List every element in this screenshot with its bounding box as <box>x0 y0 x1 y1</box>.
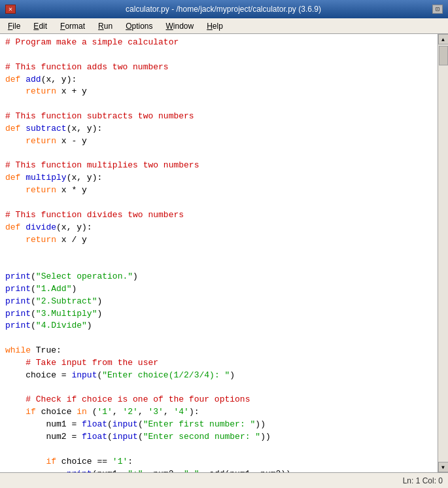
scroll-down-button[interactable]: ▼ <box>438 462 449 472</box>
code-line: return x - y <box>5 135 432 148</box>
code-line: # This function multiplies two numbers <box>5 160 432 172</box>
code-line <box>5 332 432 345</box>
code-line: def subtract(x, y): <box>5 123 432 135</box>
code-line: if choice == '1': <box>5 456 432 468</box>
menu-window[interactable]: Window <box>161 20 199 32</box>
code-line: print(num1, "+", num2, "=", add(num1, nu… <box>5 468 432 472</box>
code-line: print("Select operation.") <box>5 271 432 283</box>
scroll-thumb[interactable] <box>439 46 448 65</box>
title-bar-left-buttons: ✕ <box>5 5 16 14</box>
code-editor[interactable]: # Program make a simple calculator # Thi… <box>0 34 438 472</box>
menu-file[interactable]: File <box>3 20 26 32</box>
menu-format[interactable]: Format <box>55 20 90 32</box>
code-line: choice = input("Enter choice(1/2/3/4): "… <box>5 370 432 382</box>
title-bar: ✕ calculator.py - /home/jack/myproject/c… <box>0 0 448 18</box>
title-bar-title: calculator.py - /home/jack/myproject/cal… <box>16 5 431 14</box>
code-line: num1 = float(input("Enter first number: … <box>5 419 432 431</box>
code-line <box>5 246 432 258</box>
scroll-up-button[interactable]: ▲ <box>438 34 449 44</box>
scroll-track[interactable] <box>438 44 448 462</box>
code-line: if choice in ('1', '2', '3', '4'): <box>5 406 432 419</box>
code-line: # Take input from the user <box>5 357 432 370</box>
code-line: return x + y <box>5 86 432 98</box>
status-bar: Ln: 1 Col: 0 <box>0 472 448 488</box>
code-line <box>5 197 432 209</box>
code-line: num2 = float(input("Enter second number:… <box>5 431 432 444</box>
code-line: # This function divides two numbers <box>5 209 432 222</box>
code-line: # This function adds two numbers <box>5 61 432 74</box>
maximize-button[interactable]: ⊡ <box>432 5 443 14</box>
code-line: def divide(x, y): <box>5 222 432 234</box>
code-line <box>5 444 432 456</box>
code-line: def add(x, y): <box>5 74 432 86</box>
vertical-scrollbar[interactable]: ▲ ▼ <box>438 34 448 472</box>
menu-bar: File Edit Format Run Options Window Help <box>0 18 448 34</box>
code-line <box>5 258 432 271</box>
code-line: print("2.Subtract") <box>5 296 432 308</box>
code-line: return x / y <box>5 234 432 247</box>
code-line: print("3.Multiply") <box>5 308 432 321</box>
code-line <box>5 148 432 160</box>
close-button[interactable]: ✕ <box>5 5 16 14</box>
code-line <box>5 98 432 111</box>
menu-edit[interactable]: Edit <box>28 20 52 32</box>
code-line <box>5 382 432 394</box>
code-line <box>5 49 432 61</box>
code-line: # This function subtracts two numbers <box>5 111 432 123</box>
code-line: print("1.Add") <box>5 283 432 296</box>
menu-options[interactable]: Options <box>120 20 158 32</box>
code-line: # Check if choice is one of the four opt… <box>5 394 432 406</box>
cursor-position: Ln: 1 Col: 0 <box>403 476 443 485</box>
menu-help[interactable]: Help <box>201 20 228 32</box>
code-line: print("4.Divide") <box>5 320 432 332</box>
menu-run[interactable]: Run <box>93 20 118 32</box>
code-line: return x * y <box>5 184 432 197</box>
editor-container: # Program make a simple calculator # Thi… <box>0 34 448 472</box>
code-line: # Program make a simple calculator <box>5 37 432 49</box>
code-line: while True: <box>5 345 432 357</box>
code-line: def multiply(x, y): <box>5 172 432 184</box>
title-bar-right-buttons: ⊡ <box>431 5 443 14</box>
